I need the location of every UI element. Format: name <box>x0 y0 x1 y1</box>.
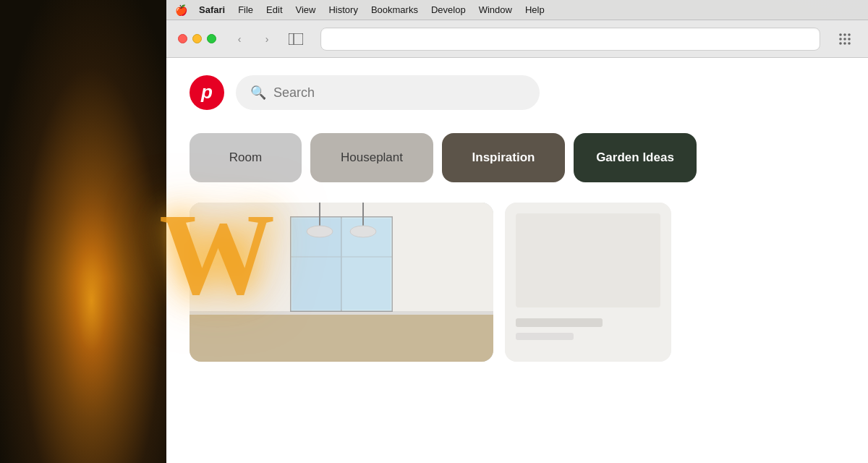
pinterest-logo-letter: p <box>201 82 213 101</box>
sidebar-toggle[interactable] <box>284 29 307 49</box>
forward-button[interactable]: › <box>257 29 277 49</box>
maximize-button[interactable] <box>207 34 216 43</box>
svg-point-9 <box>843 42 846 45</box>
pinterest-logo[interactable]: p <box>190 75 224 110</box>
interior-room-image <box>190 203 493 362</box>
svg-point-4 <box>848 33 851 36</box>
apple-menu[interactable]: 🍎 <box>175 4 187 16</box>
pinterest-header: p 🔍 Search <box>190 75 845 110</box>
category-pills: Room Houseplant Inspiration Garden Ideas <box>190 133 845 182</box>
menu-history[interactable]: History <box>328 4 357 15</box>
grid-icon <box>838 32 852 46</box>
category-room-label: Room <box>229 150 262 165</box>
svg-rect-25 <box>516 213 660 307</box>
svg-point-6 <box>843 38 846 41</box>
grid-card-interior[interactable] <box>190 203 493 362</box>
room-scene-svg <box>190 203 493 362</box>
svg-point-2 <box>839 33 842 36</box>
category-houseplant[interactable]: Houseplant <box>310 133 433 182</box>
svg-rect-23 <box>190 311 493 315</box>
forward-icon: › <box>265 33 269 45</box>
category-inspiration[interactable]: Inspiration <box>442 133 565 182</box>
menu-view[interactable]: View <box>296 4 316 15</box>
category-garden-label: Garden Ideas <box>596 150 674 165</box>
address-bar[interactable] <box>320 27 820 51</box>
svg-point-5 <box>839 38 842 41</box>
svg-point-3 <box>843 33 846 36</box>
laptop-frame: 🍎 Safari File Edit View History Bookmark… <box>166 0 868 463</box>
browser-content: p 🔍 Search Room Houseplant Inspiration <box>166 58 868 463</box>
menu-bookmarks[interactable]: Bookmarks <box>371 4 418 15</box>
category-houseplant-label: Houseplant <box>341 150 403 165</box>
category-inspiration-label: Inspiration <box>472 150 535 165</box>
svg-rect-27 <box>516 333 574 340</box>
svg-point-20 <box>307 226 333 237</box>
svg-point-7 <box>848 38 851 41</box>
menu-develop[interactable]: Develop <box>431 4 466 15</box>
search-bar[interactable]: 🔍 Search <box>236 75 540 110</box>
search-icon: 🔍 <box>250 85 266 101</box>
category-garden-ideas[interactable]: Garden Ideas <box>574 133 697 182</box>
macos-menu-bar: 🍎 Safari File Edit View History Bookmark… <box>166 0 868 20</box>
safari-toolbar: ‹ › <box>166 20 868 58</box>
close-button[interactable] <box>178 34 187 43</box>
white-card-image <box>505 203 671 362</box>
traffic-lights <box>178 34 216 43</box>
svg-rect-26 <box>516 318 603 327</box>
back-button[interactable]: ‹ <box>229 29 250 49</box>
category-room[interactable]: Room <box>190 133 302 182</box>
menu-file[interactable]: File <box>238 4 253 15</box>
minimize-button[interactable] <box>192 34 202 43</box>
back-icon: ‹ <box>238 33 242 45</box>
white-card-svg <box>505 203 671 362</box>
image-grid <box>190 203 845 362</box>
sidebar-icon <box>289 33 303 45</box>
grid-card-white[interactable] <box>505 203 671 362</box>
menu-window[interactable]: Window <box>479 4 512 15</box>
svg-point-22 <box>350 226 376 237</box>
tab-grid-button[interactable] <box>833 27 856 51</box>
safari-app-name[interactable]: Safari <box>199 4 225 15</box>
menu-edit[interactable]: Edit <box>266 4 282 15</box>
svg-rect-13 <box>190 315 493 362</box>
pinterest-page: p 🔍 Search Room Houseplant Inspiration <box>166 58 868 463</box>
svg-rect-0 <box>289 33 303 45</box>
menu-help[interactable]: Help <box>525 4 545 15</box>
svg-point-8 <box>839 42 842 45</box>
svg-point-10 <box>848 42 851 45</box>
search-placeholder-text: Search <box>273 85 315 101</box>
